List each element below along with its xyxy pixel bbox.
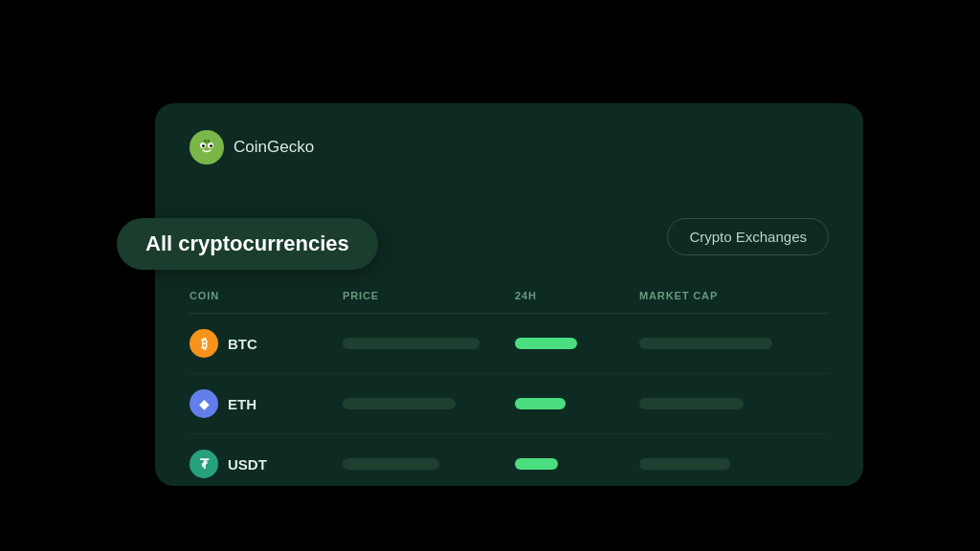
col-price: PRICE (343, 290, 515, 301)
btc-mcap-bar-wrap (639, 338, 829, 349)
eth-price-bar (343, 398, 456, 409)
main-card: CoinGecko All cryptocurrencies Crypto Ex… (155, 103, 863, 486)
eth-24h-bar (515, 398, 566, 409)
tab-all-cryptocurrencies[interactable]: All cryptocurrencies (117, 218, 378, 270)
eth-mcap-bar (639, 398, 744, 409)
coin-cell-btc: ₿ BTC (189, 329, 343, 358)
usdt-icon: ₮ (189, 450, 218, 478)
header: CoinGecko (189, 130, 829, 165)
table-row[interactable]: ◆ ETH (189, 374, 829, 434)
svg-point-6 (204, 140, 206, 142)
eth-price-bar-wrap (343, 398, 515, 409)
eth-icon: ◆ (189, 389, 218, 418)
usdt-symbol: USDT (228, 456, 267, 473)
table-row[interactable]: ₮ USDT (189, 434, 829, 494)
svg-point-4 (210, 144, 212, 147)
btc-24h-bar-wrap (515, 338, 639, 349)
usdt-mcap-bar (639, 458, 730, 470)
eth-mcap-bar-wrap (639, 398, 829, 409)
svg-point-3 (202, 144, 205, 147)
btc-icon: ₿ (189, 329, 218, 358)
usdt-price-bar-wrap (343, 458, 515, 470)
eth-symbol: ETH (228, 396, 256, 412)
usdt-mcap-bar-wrap (639, 458, 829, 470)
btc-mcap-bar (639, 338, 772, 349)
btc-symbol: BTC (228, 336, 257, 352)
scene: CoinGecko All cryptocurrencies Crypto Ex… (117, 65, 863, 486)
logo-icon (189, 130, 224, 165)
btc-price-bar-wrap (343, 338, 515, 349)
usdt-price-bar (343, 458, 439, 470)
usdt-24h-bar (515, 458, 558, 470)
table-header: COIN PRICE 24H MARKET CAP (189, 290, 829, 314)
crypto-table: COIN PRICE 24H MARKET CAP ₿ BTC (189, 290, 829, 494)
brand-name: CoinGecko (234, 138, 314, 157)
svg-point-7 (208, 140, 210, 142)
coin-cell-usdt: ₮ USDT (189, 450, 343, 478)
usdt-24h-bar-wrap (515, 458, 639, 470)
btc-24h-bar (515, 338, 577, 349)
col-24h: 24H (515, 290, 639, 301)
svg-point-0 (194, 135, 219, 160)
tab-crypto-exchanges[interactable]: Crypto Exchanges (667, 218, 829, 255)
col-marketcap: MARKET CAP (639, 290, 829, 301)
eth-24h-bar-wrap (515, 398, 639, 409)
table-row[interactable]: ₿ BTC (189, 314, 829, 374)
coin-cell-eth: ◆ ETH (189, 389, 343, 418)
col-coin: COIN (189, 290, 343, 301)
btc-price-bar (343, 338, 479, 349)
